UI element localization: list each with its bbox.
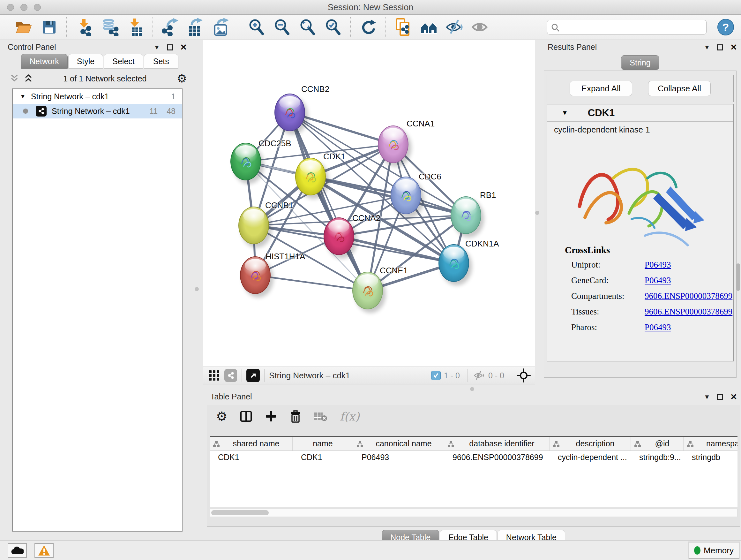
protein-thumbnail-icon [399, 186, 414, 205]
question-mark-icon: ? [723, 21, 729, 34]
scrollbar-thumb[interactable] [211, 510, 269, 515]
tab-sets[interactable]: Sets [144, 54, 179, 69]
table-cell: stringdb:9... [631, 451, 684, 465]
export-table-button[interactable] [186, 17, 206, 37]
cloud-button[interactable] [8, 543, 27, 558]
zoom-fit-button[interactable] [298, 17, 318, 37]
crosslink-link[interactable]: 9606.ENSP00000378699 [645, 291, 732, 301]
panel-collapse-icon[interactable]: ▼ [153, 44, 160, 51]
protein-thumbnail-icon [360, 281, 376, 300]
network-node-cdc6[interactable] [391, 177, 421, 214]
panel-close-icon[interactable]: ✕ [180, 43, 187, 52]
tree-expand-icon[interactable]: ▼ [20, 93, 26, 100]
help-button[interactable]: ? [718, 19, 734, 36]
column-header-id[interactable]: @id [631, 437, 684, 450]
crosslink-link[interactable]: P06493 [645, 260, 671, 270]
column-header-namespace[interactable]: namespace [684, 437, 738, 450]
fit-selected-crosshair-icon[interactable] [517, 368, 531, 382]
first-neighbors-button[interactable] [419, 17, 439, 37]
open-session-button[interactable] [14, 17, 33, 37]
column-header-name[interactable]: name [293, 437, 353, 450]
network-node-ccna2[interactable] [324, 217, 354, 255]
create-column-plus-icon[interactable] [265, 410, 277, 423]
crosslink-link[interactable]: P06493 [645, 322, 671, 332]
network-node-cdk1[interactable] [295, 158, 326, 195]
left-splitter-handle[interactable] [195, 287, 199, 291]
import-network-from-database-button[interactable] [100, 17, 120, 37]
column-header-canonicalname[interactable]: canonical name [353, 437, 444, 450]
collapse-all-icon[interactable] [10, 74, 19, 83]
network-node-ccnb1[interactable] [239, 206, 269, 244]
network-node-cdkn1a[interactable] [439, 244, 469, 282]
show-columns-icon[interactable] [240, 410, 253, 423]
network-collection-row[interactable]: ▼ String Network – cdk1 1 [13, 89, 182, 104]
tab-network[interactable]: Network [21, 54, 68, 69]
selected-checkbox-icon[interactable] [431, 371, 441, 380]
refresh-view-button[interactable] [358, 17, 378, 37]
column-header-sharedname[interactable]: shared name [210, 437, 293, 450]
memory-button[interactable]: Memory [689, 542, 739, 559]
zoom-in-button[interactable] [247, 17, 266, 37]
export-network-button[interactable] [160, 17, 180, 37]
tab-select[interactable]: Select [104, 54, 143, 69]
table-row[interactable]: CDK1CDK1P064939606.ENSP00000378699cyclin… [210, 451, 738, 465]
column-header-databaseidentifier[interactable]: database identifier [444, 437, 549, 450]
hide-selected-button[interactable] [445, 17, 464, 37]
import-network-from-file-button[interactable] [74, 17, 94, 37]
network-node-ccna1[interactable] [378, 125, 408, 163]
panel-float-icon[interactable] [717, 44, 723, 51]
crosslink-link[interactable]: 9606.ENSP00000378699 [645, 307, 732, 317]
table-options-gear-icon[interactable]: ⚙ [216, 410, 227, 423]
memory-label: Memory [704, 546, 734, 556]
grid-view-icon[interactable] [208, 370, 220, 381]
entry-collapse-icon[interactable]: ▼ [562, 109, 568, 117]
save-session-button[interactable] [39, 17, 59, 37]
protein-thumbnail-icon [447, 254, 462, 272]
crosslink-link[interactable]: P06493 [645, 275, 671, 286]
expand-all-icon[interactable] [23, 74, 33, 83]
panel-close-icon[interactable]: ✕ [730, 392, 737, 402]
show-all-button[interactable] [470, 17, 490, 37]
tab-string[interactable]: String [621, 55, 659, 70]
crosslink-row: Compartments:9606.ENSP00000378699 [571, 291, 733, 301]
delete-column-trash-icon[interactable] [289, 410, 301, 423]
network-canvas[interactable]: CCNB2CCNA1CDC25BCDK1CDC6RB1CCNB1CCNA2CDK… [203, 40, 535, 367]
function-builder-icon-disabled: f(x) [340, 410, 360, 423]
tab-style[interactable]: Style [68, 54, 104, 69]
column-header-label: namespace [694, 439, 738, 448]
panel-float-icon[interactable] [717, 394, 723, 400]
export-image-icon [213, 18, 230, 37]
network-node-cdc25b[interactable] [230, 143, 261, 180]
network-node-hist1h1a[interactable] [240, 256, 271, 294]
hidden-node-edge-count: 0 - 0 [488, 371, 504, 380]
node-label-cdkn1a: CDKN1A [465, 239, 499, 249]
zoom-selected-button[interactable] [323, 17, 343, 37]
export-image-button[interactable] [212, 17, 231, 37]
network-row[interactable]: String Network – cdk1 11 48 [13, 104, 182, 118]
network-node-rb1[interactable] [451, 196, 481, 234]
protein-thumbnail-icon [386, 135, 401, 153]
expand-all-button[interactable]: Expand All [569, 81, 632, 96]
column-header-label: database identifier [455, 439, 549, 448]
network-options-gear-icon[interactable]: ⚙ [177, 73, 187, 84]
network-node-ccnb2[interactable] [274, 94, 305, 131]
import-table-from-file-button[interactable] [125, 17, 145, 37]
warnings-button[interactable] [35, 543, 54, 558]
table-horizontal-scrollbar[interactable] [210, 509, 738, 517]
panel-collapse-icon[interactable]: ▼ [704, 44, 710, 51]
right-splitter-handle[interactable] [535, 211, 539, 215]
clone-network-button[interactable] [394, 17, 413, 37]
column-header-description[interactable]: description [549, 437, 631, 450]
network-list-view-icon[interactable] [224, 369, 237, 382]
zoom-out-button[interactable] [272, 17, 292, 37]
results-scrollbar-thumb[interactable] [736, 263, 740, 291]
panel-float-icon[interactable] [167, 44, 173, 51]
string-results-container: Expand All Collapse All ▼ CDK1 cyclin-de… [544, 71, 737, 378]
panel-collapse-icon[interactable]: ▼ [704, 393, 710, 401]
panel-close-icon[interactable]: ✕ [730, 43, 737, 52]
birds-eye-view-icon[interactable] [246, 369, 260, 382]
collapse-all-button[interactable]: Collapse All [648, 81, 711, 96]
column-header-label: name [293, 439, 353, 448]
search-input[interactable] [562, 21, 703, 33]
network-node-ccne1[interactable] [352, 272, 383, 309]
